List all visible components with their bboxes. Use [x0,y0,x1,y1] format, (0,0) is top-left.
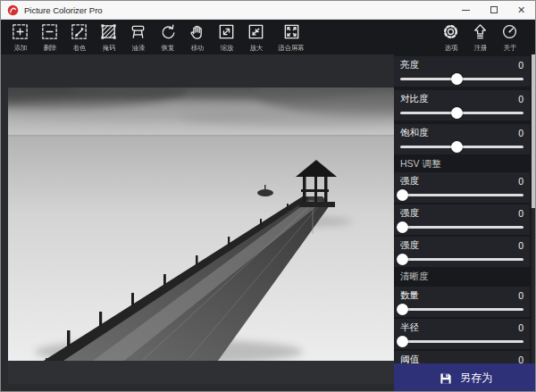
tool-label: 恢复 [161,43,174,52]
image-canvas[interactable] [1,54,394,392]
tool-label: 放大 [249,43,263,52]
slider-label: 亮度 [400,59,419,71]
brightness-control: 亮度 0 [394,56,530,87]
slider-handle[interactable] [451,107,463,119]
slider-label: 数量 [400,289,419,302]
saturation-slider[interactable] [400,146,523,148]
window-title: Picture Colorizer Pro [24,5,452,15]
panel-scrollbar-thumb[interactable] [532,54,536,208]
slider-handle[interactable] [397,221,408,233]
toolbar: 添加 删除 着色 [1,20,535,54]
section-header-clarity: 清晰度 [400,271,523,285]
tool-about[interactable]: 关于 [495,20,524,53]
slider-label: 强度 [400,175,419,188]
slider-value: 0 [518,240,523,251]
fit-screen-icon [282,22,301,41]
tool-label: 关于 [503,43,516,52]
contrast-control: 对比度 0 [394,90,530,121]
tool-label: 缩放 [220,43,233,52]
canvas-bottom-strip [8,361,394,384]
hand-move-icon [188,22,206,41]
minimize-button[interactable] [452,1,480,19]
tool-zoom-in[interactable]: 放大 [241,20,271,53]
save-as-button[interactable]: 另存为 [394,363,536,392]
close-button[interactable]: ✕ [507,1,535,19]
tool-fit-screen[interactable]: 适合屏幕 [271,20,312,53]
slider-handle[interactable] [451,141,463,153]
slider-value: 0 [518,128,523,138]
tool-add[interactable]: 添加 [5,20,35,53]
tool-zoom-pan[interactable]: 缩放 [212,20,241,53]
tool-label: 油漆 [131,43,145,52]
tool-label: 移动 [190,43,204,52]
paint-roller-icon [129,22,147,41]
tool-move[interactable]: 移动 [182,20,212,53]
tool-register[interactable]: 注册 [465,20,495,53]
tool-colorize[interactable]: 着色 [64,20,94,53]
tool-label: 注册 [473,43,487,52]
save-as-label: 另存为 [460,371,492,386]
amount-slider[interactable] [400,308,523,311]
slider-value: 0 [518,60,523,71]
register-arrow-icon [471,22,490,41]
zoom-pan-icon [217,22,236,41]
slider-handle[interactable] [397,254,408,265]
close-icon: ✕ [517,5,525,15]
tool-label: 选项 [444,43,457,52]
tool-mask[interactable]: 掩码 [94,20,123,53]
maximize-icon [490,6,498,13]
slider-value: 0 [518,322,523,333]
minimize-icon [462,10,470,11]
adjustments-panel: 亮度 0 对比度 0 饱和度 0 HSV 调整 [394,54,536,392]
app-logo-icon [7,4,19,16]
slider-handle[interactable] [397,304,408,315]
tool-label: 掩码 [102,43,115,52]
colorize-pen-icon [70,22,88,41]
tool-label: 着色 [72,43,86,52]
hsv-strength-3-slider[interactable] [400,258,523,261]
tool-label: 添加 [13,43,27,52]
tool-restore[interactable]: 恢复 [153,20,182,53]
contrast-slider[interactable] [400,112,523,114]
radius-slider[interactable] [400,340,523,343]
slider-handle[interactable] [397,336,408,347]
toolbar-right-group: 选项 注册 关于 [436,20,524,53]
tool-label: 适合屏幕 [278,43,304,52]
add-selection-icon [11,22,29,41]
tool-options[interactable]: 选项 [436,20,465,53]
slider-handle[interactable] [397,189,408,201]
hsv-strength-1-control: 强度 0 [394,172,530,203]
hsv-strength-3-control: 强度 0 [394,237,530,267]
brightness-slider[interactable] [400,78,523,80]
slider-label: 半径 [400,321,419,334]
slider-value: 0 [518,208,523,219]
window-controls: ✕ [452,1,535,19]
slider-value: 0 [518,94,523,104]
remove-selection-icon [40,22,59,41]
tool-paint[interactable]: 油漆 [123,20,153,53]
zoom-in-icon [247,22,265,41]
slider-label: 饱和度 [400,127,429,139]
gear-icon [441,22,460,41]
tool-remove[interactable]: 删除 [35,20,64,53]
undo-restore-icon [158,22,177,41]
slider-handle[interactable] [451,73,463,85]
hsv-strength-2-slider[interactable] [400,226,523,229]
toolbar-left-group: 添加 删除 着色 [5,20,312,53]
app-window: Picture Colorizer Pro ✕ 添加 删除 [0,0,536,392]
mask-hatch-icon [99,22,118,41]
amount-control: 数量 0 [394,287,530,317]
hsv-strength-2-control: 强度 0 [394,204,530,235]
radius-control: 半径 0 [394,319,530,349]
slider-label: 对比度 [400,93,429,105]
titlebar: Picture Colorizer Pro ✕ [1,1,535,20]
black-and-white-pier-photo[interactable] [8,88,394,361]
slider-label: 强度 [400,207,419,220]
slider-value: 0 [518,176,523,187]
saturation-control: 饱和度 0 [394,124,530,154]
slider-value: 0 [518,290,523,301]
hsv-strength-1-slider[interactable] [400,194,523,196]
section-header-hsv: HSV 调整 [400,158,523,172]
about-compass-icon [500,22,519,41]
maximize-button[interactable] [480,1,507,19]
